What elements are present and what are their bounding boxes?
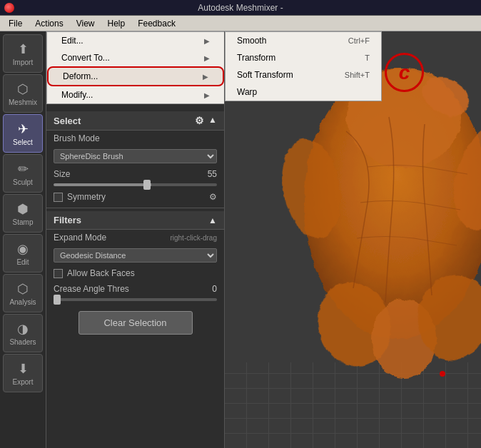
- arrow-icon: ▶: [203, 73, 208, 81]
- crease-angle-row: Crease Angle Thres 0: [46, 281, 224, 297]
- slider-thumb: [143, 180, 151, 190]
- divider: [46, 208, 224, 208]
- sculpt-icon: ✏: [18, 161, 29, 177]
- tool-import[interactable]: ⬆ Import: [3, 34, 43, 73]
- submenu-soft-transform[interactable]: Soft Transform Shift+T: [226, 66, 381, 83]
- symmetry-settings-icon[interactable]: ⚙: [209, 192, 217, 202]
- arrow-icon: ▶: [204, 91, 210, 99]
- crease-slider[interactable]: [54, 298, 217, 301]
- viewport[interactable]: c Smooth Ctrl+F Transform T Soft Transfo…: [225, 31, 481, 448]
- tool-export[interactable]: ⬇ Export: [3, 354, 43, 392]
- brush-mode-select[interactable]: SphereDisc Brush: [54, 149, 217, 163]
- submenu-smooth[interactable]: Smooth Ctrl+F: [226, 32, 381, 49]
- menu-deform[interactable]: Deform... ▶: [47, 66, 224, 86]
- size-slider-container: [46, 182, 224, 189]
- expand-mode-row: Expand Mode right-click-drag: [46, 230, 224, 245]
- side-panel: Edit... ▶ Convert To... ▶ Deform... ▶ Mo…: [46, 31, 225, 448]
- main-area: ⬆ Import ⬡ Meshmix ✈ Select ✏ Sculpt ⬢ S…: [0, 31, 481, 448]
- shaders-icon: ◑: [17, 321, 29, 337]
- analysis-icon: ⬡: [17, 281, 29, 297]
- submenu-warp[interactable]: Warp: [226, 83, 381, 101]
- tool-analysis[interactable]: ⬡ Analysis: [3, 274, 43, 312]
- tool-stamp[interactable]: ⬢ Stamp: [3, 194, 43, 233]
- crease-angle-value: 0: [212, 284, 217, 294]
- annotation-c: c: [385, 53, 424, 92]
- tool-shaders[interactable]: ◑ Shaders: [3, 314, 43, 352]
- size-slider[interactable]: [54, 183, 217, 186]
- menu-actions[interactable]: Actions: [29, 17, 69, 30]
- app-title: Autodesk Meshmixer -: [198, 3, 283, 13]
- filters-collapse-icon[interactable]: ▲: [208, 215, 217, 225]
- tool-meshmix[interactable]: ⬡ Meshmix: [3, 74, 43, 113]
- 3d-mesh: [282, 60, 481, 381]
- menu-view[interactable]: View: [71, 17, 101, 30]
- tool-edit[interactable]: ◉ Edit: [3, 234, 43, 273]
- allow-back-faces-row: Allow Back Faces: [46, 265, 224, 281]
- select-title: Select: [54, 116, 81, 126]
- arrow-icon: ▶: [204, 37, 210, 45]
- expand-mode-select[interactable]: Geodesic Distance: [54, 248, 217, 263]
- left-toolbar: ⬆ Import ⬡ Meshmix ✈ Select ✏ Sculpt ⬢ S…: [0, 31, 46, 448]
- collapse-icon[interactable]: ▲: [208, 115, 217, 126]
- crease-slider-thumb: [54, 295, 61, 305]
- filters-section-header: Filters ▲: [46, 211, 224, 230]
- arrow-icon: ▶: [204, 54, 210, 62]
- menu-modify[interactable]: Modify... ▶: [47, 86, 224, 103]
- import-icon: ⬆: [18, 41, 29, 57]
- size-row: Size 55: [46, 166, 224, 182]
- allow-back-faces-checkbox[interactable]: [54, 269, 63, 278]
- stamp-icon: ⬢: [17, 201, 29, 217]
- menu-edit[interactable]: Edit... ▶: [47, 32, 224, 49]
- titlebar: Autodesk Meshmixer -: [0, 0, 481, 16]
- brush-mode-row: Brush Mode: [46, 131, 224, 146]
- filters-title: Filters: [54, 215, 81, 225]
- symmetry-checkbox[interactable]: [54, 193, 63, 202]
- gear-icon[interactable]: ⚙: [195, 115, 204, 126]
- meshmix-icon: ⬡: [17, 81, 29, 97]
- tool-sculpt[interactable]: ✏ Sculpt: [3, 154, 43, 193]
- size-value: 55: [208, 169, 217, 179]
- menubar: File Actions View Help Feedback: [0, 16, 481, 31]
- tool-select[interactable]: ✈ Select: [3, 114, 43, 153]
- expand-mode-hint: right-click-drag: [170, 234, 217, 242]
- menu-feedback[interactable]: Feedback: [132, 17, 181, 30]
- expand-mode-select-row: Geodesic Distance: [46, 245, 224, 265]
- menu-file[interactable]: File: [3, 17, 28, 30]
- select-section-header: Select ⚙ ▲: [46, 111, 224, 131]
- export-icon: ⬇: [18, 361, 29, 377]
- dropdown-menu: Edit... ▶ Convert To... ▶ Deform... ▶ Mo…: [46, 31, 225, 104]
- red-dot-indicator: [440, 371, 445, 377]
- menu-help[interactable]: Help: [102, 17, 131, 30]
- submenu: Smooth Ctrl+F Transform T Soft Transform…: [225, 31, 382, 101]
- clear-selection-button[interactable]: Clear Selection: [79, 311, 193, 335]
- symmetry-row: Symmetry ⚙: [46, 189, 224, 205]
- menu-convert[interactable]: Convert To... ▶: [47, 49, 224, 66]
- close-icon[interactable]: [4, 3, 14, 13]
- edit-icon: ◉: [17, 241, 29, 257]
- crease-slider-container: [46, 297, 224, 304]
- select-icon: ✈: [18, 121, 29, 137]
- brush-mode-select-row: SphereDisc Brush: [46, 146, 224, 166]
- submenu-transform[interactable]: Transform T: [226, 49, 381, 66]
